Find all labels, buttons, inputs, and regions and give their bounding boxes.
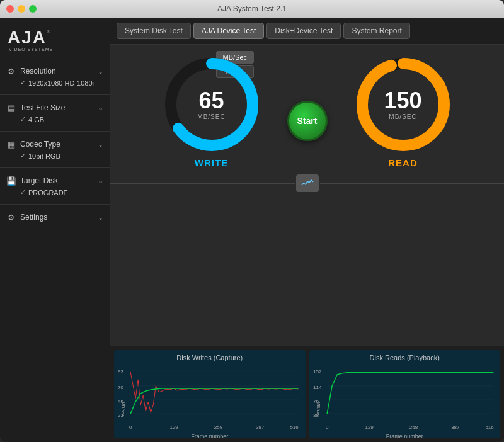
chart-toggle-button[interactable] bbox=[296, 174, 319, 192]
divider-right bbox=[320, 183, 505, 184]
codec-icon: ▦ bbox=[6, 139, 16, 149]
charts-area: Disk Writes (Capture) 93 70 46 23 bbox=[110, 346, 504, 442]
svg-text:70: 70 bbox=[118, 385, 123, 390]
target-disk-icon: 💾 bbox=[6, 176, 16, 186]
content-area: System Disk Test AJA Device Test Disk+De… bbox=[110, 18, 504, 442]
svg-text:114: 114 bbox=[313, 385, 322, 390]
resolution-label: Resolution bbox=[20, 67, 56, 76]
codec-value: ✓ 10bit RGB bbox=[0, 151, 110, 163]
svg-text:516: 516 bbox=[485, 424, 494, 430]
gauges-row: 65 MB/SEC WRITE Start bbox=[110, 54, 504, 168]
write-unit: MB/SEC bbox=[197, 113, 225, 120]
disk-reads-svg: 152 114 76 38 0 129 258 387 5 bbox=[313, 364, 497, 433]
svg-text:MB/sec: MB/sec bbox=[316, 402, 320, 417]
traffic-lights bbox=[6, 5, 37, 13]
file-size-value: ✓ 4 GB bbox=[0, 115, 110, 127]
sidebar-section-file-size: ▤ Test File Size ⌄ ✓ 4 GB bbox=[0, 97, 110, 129]
writes-x-label: Frame number bbox=[118, 433, 302, 439]
file-size-label: Test File Size bbox=[20, 103, 65, 112]
disk-reads-chart: Disk Reads (Playback) 152 114 76 38 0 bbox=[309, 350, 501, 438]
file-size-chevron: ⌄ bbox=[98, 104, 103, 112]
target-disk-value: ✓ PROGRADE bbox=[0, 188, 110, 200]
svg-text:387: 387 bbox=[256, 424, 265, 430]
svg-text:129: 129 bbox=[365, 424, 374, 430]
write-gauge: 65 MB/SEC bbox=[161, 54, 262, 155]
divider-row bbox=[110, 174, 504, 192]
svg-text:258: 258 bbox=[214, 424, 223, 430]
sidebar-item-file-size[interactable]: ▤ Test File Size ⌄ bbox=[0, 99, 110, 115]
top-nav: System Disk Test AJA Device Test Disk+De… bbox=[110, 18, 504, 45]
sidebar-item-codec[interactable]: ▦ Codec Type ⌄ bbox=[0, 136, 110, 151]
logo: AJA ® VIDEO SYSTEMS bbox=[0, 24, 110, 60]
read-label: READ bbox=[388, 157, 418, 168]
read-gauge: 150 MB/SEC bbox=[353, 54, 454, 155]
minimize-button[interactable] bbox=[18, 5, 25, 13]
reads-x-label: Frame number bbox=[313, 433, 497, 439]
start-button[interactable]: Start bbox=[287, 101, 328, 141]
resolution-value: ✓ 1920x1080 HD-1080i bbox=[0, 78, 110, 90]
read-value: 150 bbox=[384, 89, 421, 112]
sidebar-section-resolution: ⚙ Resolution ⌄ ✓ 1920x1080 HD-1080i bbox=[0, 60, 110, 93]
codec-label: Codec Type bbox=[20, 140, 60, 149]
nav-disk-device-test[interactable]: Disk+Device Test bbox=[266, 23, 341, 39]
titlebar: AJA System Test 2.1 bbox=[0, 0, 504, 18]
window-title: AJA System Test 2.1 bbox=[217, 4, 287, 13]
target-disk-chevron: ⌄ bbox=[98, 177, 103, 185]
sidebar-section-target-disk: 💾 Target Disk ⌄ ✓ PROGRADE bbox=[0, 170, 110, 202]
sidebar-item-resolution[interactable]: ⚙ Resolution ⌄ bbox=[0, 63, 110, 78]
target-disk-label: Target Disk bbox=[20, 176, 58, 185]
maximize-button[interactable] bbox=[29, 5, 37, 13]
write-label: WRITE bbox=[195, 157, 228, 168]
svg-text:387: 387 bbox=[451, 424, 460, 430]
svg-text:129: 129 bbox=[169, 424, 178, 430]
start-label: Start bbox=[297, 116, 318, 126]
write-value: 65 bbox=[198, 89, 224, 112]
logo-sub: VIDEO SYSTEMS bbox=[9, 47, 53, 52]
sidebar-section-codec: ▦ Codec Type ⌄ ✓ 10bit RGB bbox=[0, 133, 110, 166]
nav-system-disk-test[interactable]: System Disk Test bbox=[117, 23, 191, 39]
disk-writes-chart: Disk Writes (Capture) 93 70 46 23 bbox=[114, 350, 306, 438]
settings-icon: ⚙ bbox=[6, 212, 16, 222]
logo-text: AJA bbox=[8, 29, 47, 47]
settings-label: Settings bbox=[20, 213, 47, 222]
svg-text:0: 0 bbox=[129, 424, 132, 430]
read-unit: MB/SEC bbox=[389, 113, 416, 120]
resolution-icon: ⚙ bbox=[6, 66, 16, 76]
svg-text:152: 152 bbox=[313, 369, 322, 375]
disk-writes-svg: 93 70 46 23 0 129 bbox=[118, 364, 302, 433]
resolution-chevron: ⌄ bbox=[98, 67, 103, 76]
gauge-area: MB/Sec F/Sec 65 MB/SEC bbox=[110, 45, 504, 346]
sidebar-section-settings: ⚙ Settings ⌄ bbox=[0, 207, 110, 227]
settings-chevron: ⌄ bbox=[98, 213, 103, 222]
svg-text:516: 516 bbox=[290, 424, 299, 430]
logo-registered: ® bbox=[47, 29, 50, 35]
nav-aja-device-test[interactable]: AJA Device Test bbox=[193, 23, 264, 39]
read-gauge-container: 150 MB/SEC READ bbox=[353, 54, 454, 168]
svg-text:258: 258 bbox=[409, 424, 418, 430]
sidebar: AJA ® VIDEO SYSTEMS ⚙ Resolution ⌄ ✓ 192… bbox=[0, 18, 110, 442]
close-button[interactable] bbox=[6, 5, 14, 13]
sidebar-item-target-disk[interactable]: 💾 Target Disk ⌄ bbox=[0, 173, 110, 188]
divider-left bbox=[110, 183, 295, 184]
nav-system-report[interactable]: System Report bbox=[343, 23, 410, 39]
svg-text:93: 93 bbox=[118, 369, 123, 375]
file-size-icon: ▤ bbox=[6, 103, 16, 113]
sidebar-item-settings[interactable]: ⚙ Settings ⌄ bbox=[0, 209, 110, 224]
write-gauge-container: 65 MB/SEC WRITE bbox=[161, 54, 262, 168]
disk-writes-title: Disk Writes (Capture) bbox=[118, 354, 302, 361]
svg-text:MB/sec: MB/sec bbox=[121, 402, 125, 417]
svg-text:0: 0 bbox=[326, 424, 329, 430]
codec-chevron: ⌄ bbox=[98, 140, 103, 149]
disk-reads-title: Disk Reads (Playback) bbox=[313, 354, 497, 361]
